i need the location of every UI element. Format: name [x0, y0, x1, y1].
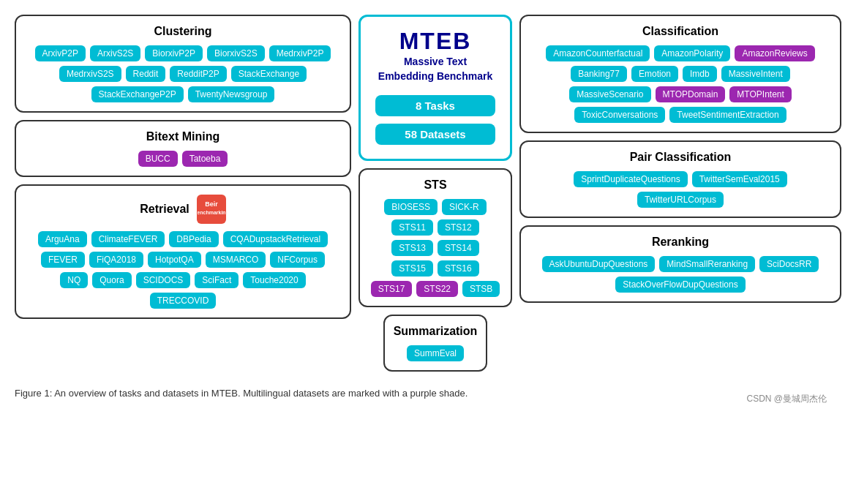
- tag-hotpotqa: HotpotQA: [148, 252, 201, 268]
- tag-sts15: STS15: [391, 260, 433, 277]
- tag-stsb: STSB: [462, 281, 500, 297]
- tag-climatefever: ClimateFEVER: [91, 231, 165, 247]
- tag-biosess: BIOSESS: [384, 199, 438, 215]
- sts-box: STS BIOSESS SICK-R STS11 STS12 STS13 STS…: [358, 168, 512, 307]
- tag-emotion: Emotion: [631, 66, 678, 82]
- tag-redditp2p: RedditP2P: [170, 66, 226, 82]
- tag-sts13: STS13: [391, 240, 433, 256]
- bitext-mining-tags: BUCC Tatoeba: [25, 151, 341, 167]
- tag-massivescenario: MassiveScenario: [569, 86, 650, 102]
- reranking-box: Reranking AskUbuntuDupQuestions MindSmal…: [519, 225, 841, 303]
- watermark: CSDN @曼城周杰伦: [0, 393, 827, 405]
- tag-sts12: STS12: [438, 219, 479, 236]
- summarization-box: Summarization SummEval: [383, 315, 488, 372]
- tag-sts16: STS16: [438, 260, 479, 277]
- pair-classification-tags: SprintDuplicateQuestions TwitterSemEval2…: [530, 171, 831, 208]
- classification-tags: AmazonCounterfactual AmazonPolarity Amaz…: [530, 45, 831, 123]
- reranking-title: Reranking: [530, 236, 831, 249]
- tag-twittersemeval: TwitterSemEval2015: [692, 171, 787, 187]
- tag-sick-r: SICK-R: [442, 199, 487, 215]
- tag-sts17: STS17: [371, 281, 413, 297]
- sts-title: STS: [369, 178, 502, 192]
- pair-classification-box: Pair Classification SprintDuplicateQuest…: [519, 140, 841, 218]
- pair-classification-title: Pair Classification: [530, 151, 831, 164]
- tag-msmarco: MSMARCO: [206, 252, 266, 268]
- bitext-mining-box: Bitext Mining BUCC Tatoeba: [15, 120, 351, 177]
- tag-nq: NQ: [60, 272, 88, 288]
- tag-dbpedia: DBPedia: [169, 231, 218, 247]
- tag-amazonpolarity: AmazonPolarity: [654, 45, 730, 61]
- tag-fever: FEVER: [41, 252, 85, 268]
- tag-arxivs2s: ArxivS2S: [90, 45, 140, 61]
- tag-sts11: STS11: [391, 219, 433, 236]
- tag-stackexchange: StackExchange: [231, 66, 307, 82]
- tag-medrxivp2p: MedrxivP2P: [269, 45, 331, 61]
- clustering-title: Clustering: [25, 25, 341, 38]
- tag-mtopdomain: MTOPDomain: [656, 86, 726, 102]
- mteb-title: MTEB: [375, 28, 495, 55]
- tag-amazonreviews: AmazonReviews: [735, 45, 814, 61]
- svg-text:Beir: Beir: [205, 200, 218, 208]
- tag-toxicconversations: ToxicConversations: [574, 107, 665, 123]
- tag-stackexchangep2p: StackExchangeP2P: [91, 86, 184, 102]
- tag-summeval: SummEval: [407, 345, 464, 361]
- tag-amazoncounterfactual: AmazonCounterfactual: [546, 45, 650, 61]
- tag-askubuntu: AskUbuntuDupQuestions: [542, 256, 656, 272]
- tag-quora: Quora: [92, 272, 131, 288]
- tag-imdb: Imdb: [683, 66, 717, 82]
- tag-tatoeba: Tatoeba: [182, 151, 228, 167]
- tag-bucc: BUCC: [138, 151, 178, 167]
- tag-sprintduplicate: SprintDuplicateQuestions: [574, 171, 687, 187]
- tag-banking77: Banking77: [571, 66, 627, 82]
- tag-nfcorpus: NFCorpus: [270, 252, 325, 268]
- tag-mtopintent: MTOPIntent: [729, 86, 791, 102]
- sts-tags: BIOSESS SICK-R STS11 STS12 STS13 STS14 S…: [369, 199, 502, 297]
- tag-medrxivs2s: MedrxivS2S: [59, 66, 121, 82]
- mteb-box: MTEB Massive TextEmbedding Benchmark 8 T…: [358, 15, 512, 161]
- tag-twentynewsgroup: TwentyNewsgroup: [188, 86, 275, 102]
- summarization-title: Summarization: [394, 325, 478, 338]
- svg-rect-0: [198, 195, 225, 223]
- tag-touche2020: Touche2020: [243, 272, 305, 288]
- tag-cqadupstack: CQADupstackRetrieval: [223, 231, 328, 247]
- mteb-tasks-badge: 8 Tasks: [375, 95, 495, 116]
- classification-box: Classification AmazonCounterfactual Amaz…: [519, 15, 841, 133]
- clustering-tags: ArxivP2P ArxivS2S BiorxivP2P BiorxivS2S …: [25, 45, 341, 102]
- tag-scidocsrr: SciDocsRR: [759, 256, 819, 272]
- reranking-tags: AskUbuntuDupQuestions MindSmallReranking…: [530, 256, 831, 293]
- retrieval-tags: ArguAna ClimateFEVER DBPedia CQADupstack…: [25, 231, 341, 309]
- retrieval-header: Retrieval Beir benchmarking: [25, 195, 341, 224]
- mteb-subtitle: Massive TextEmbedding Benchmark: [375, 55, 495, 83]
- summarization-tags: SummEval: [394, 345, 478, 361]
- tag-biorxivp2p: BiorxivP2P: [145, 45, 203, 61]
- tag-biorxivs2s: BiorxivS2S: [207, 45, 265, 61]
- tag-fiqa2018: FiQA2018: [89, 252, 143, 268]
- tag-treccovid: TRECCOVID: [150, 293, 217, 309]
- tag-massiveintent: MassiveIntent: [721, 66, 790, 82]
- retrieval-title: Retrieval: [140, 203, 189, 216]
- tag-arxivp2p: ArxivP2P: [35, 45, 86, 61]
- tag-sts22: STS22: [416, 281, 458, 297]
- tag-reddit: Reddit: [126, 66, 166, 82]
- tag-sts14: STS14: [438, 240, 479, 256]
- svg-text:benchmarking: benchmarking: [198, 210, 225, 216]
- retrieval-box: Retrieval Beir benchmarking ArguAna Clim…: [15, 184, 351, 319]
- tag-arguana: ArguAna: [38, 231, 87, 247]
- classification-title: Classification: [530, 25, 831, 38]
- tag-scidocs: SCIDOCS: [136, 272, 191, 288]
- tag-mindsmall: MindSmallReranking: [659, 256, 755, 272]
- bitext-mining-title: Bitext Mining: [25, 130, 341, 143]
- tag-twitterurlcorpus: TwitterURLCorpus: [637, 192, 724, 208]
- beir-logo-icon: Beir benchmarking: [197, 195, 226, 224]
- clustering-box: Clustering ArxivP2P ArxivS2S BiorxivP2P …: [15, 15, 351, 113]
- mteb-datasets-badge: 58 Datasets: [375, 124, 495, 145]
- tag-scifact: SciFact: [195, 272, 239, 288]
- tag-tweetsentiment: TweetSentimentExtraction: [669, 107, 786, 123]
- tag-stackoverflow: StackOverFlowDupQuestions: [615, 277, 745, 293]
